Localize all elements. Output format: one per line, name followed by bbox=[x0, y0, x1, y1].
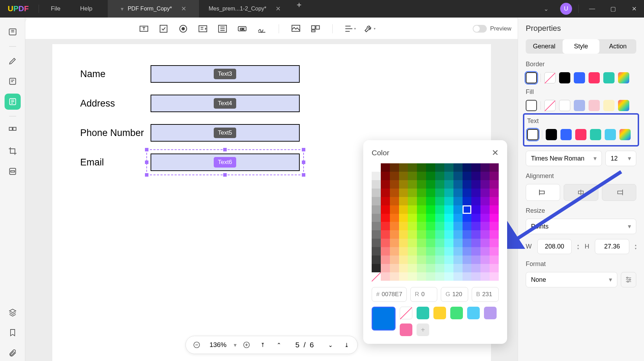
maximize-button[interactable]: ▢ bbox=[603, 0, 623, 18]
preset-swatch[interactable] bbox=[433, 307, 446, 319]
color-swatch[interactable] bbox=[589, 72, 600, 83]
color-swatch[interactable] bbox=[546, 129, 557, 140]
custom-color-swatch[interactable] bbox=[619, 129, 631, 140]
width-input[interactable] bbox=[537, 239, 572, 254]
organize-icon[interactable] bbox=[5, 123, 21, 139]
resize-handle[interactable] bbox=[302, 161, 305, 164]
minimize-button[interactable]: — bbox=[582, 0, 602, 18]
text-field[interactable]: Text5 bbox=[151, 124, 300, 142]
radio-tool[interactable] bbox=[176, 22, 190, 36]
color-swatch[interactable] bbox=[590, 129, 601, 140]
color-swatch[interactable] bbox=[559, 100, 570, 111]
attachment-icon[interactable] bbox=[5, 345, 21, 361]
tab-general[interactable]: General bbox=[526, 39, 563, 54]
close-icon[interactable]: ✕ bbox=[275, 5, 281, 13]
listbox-tool[interactable] bbox=[215, 22, 230, 36]
layers-icon[interactable] bbox=[5, 304, 21, 320]
color-swatch[interactable] bbox=[605, 129, 616, 140]
next-page-button[interactable]: ⌄ bbox=[324, 339, 336, 351]
resize-handle[interactable] bbox=[223, 148, 227, 151]
custom-color-swatch[interactable] bbox=[618, 72, 629, 83]
resize-handle[interactable] bbox=[223, 173, 227, 177]
text-field[interactable]: Text3 bbox=[151, 65, 300, 83]
preset-swatch[interactable] bbox=[400, 323, 412, 336]
format-settings-button[interactable] bbox=[621, 272, 636, 287]
color-swatch[interactable] bbox=[575, 129, 586, 140]
resize-handle[interactable] bbox=[302, 173, 305, 177]
align-center-button[interactable] bbox=[564, 184, 598, 201]
font-size-select[interactable]: 12▾ bbox=[605, 151, 636, 166]
last-page-button[interactable]: ⤓ bbox=[340, 339, 352, 351]
no-color-swatch[interactable] bbox=[544, 72, 556, 83]
text-field-tool[interactable] bbox=[137, 22, 151, 36]
signature-tool[interactable] bbox=[255, 22, 269, 36]
height-stepper[interactable]: ▴▾ bbox=[635, 243, 637, 250]
chevron-down-icon[interactable]: ▾ bbox=[121, 6, 124, 12]
text-field[interactable]: Text4 bbox=[151, 95, 300, 112]
annotate-icon[interactable] bbox=[5, 53, 21, 69]
menu-file[interactable]: File bbox=[41, 5, 70, 12]
color-swatch[interactable] bbox=[603, 72, 615, 83]
resize-unit-select[interactable]: Points▾ bbox=[526, 219, 636, 234]
tools-more[interactable]: ▾ bbox=[362, 22, 376, 36]
preview-toggle[interactable] bbox=[473, 25, 487, 33]
color-swatch[interactable] bbox=[603, 100, 615, 111]
edit-icon[interactable] bbox=[5, 73, 21, 89]
reader-icon[interactable] bbox=[5, 24, 21, 40]
hex-input[interactable]: #0078E7 bbox=[372, 287, 407, 302]
tab-action[interactable]: Action bbox=[599, 39, 636, 54]
no-color-swatch[interactable] bbox=[544, 100, 556, 111]
color-swatch[interactable] bbox=[574, 72, 585, 83]
form-icon[interactable] bbox=[5, 94, 21, 110]
color-swatch[interactable] bbox=[526, 72, 537, 83]
checkbox-tool[interactable] bbox=[157, 22, 171, 36]
align-left-button[interactable] bbox=[526, 184, 560, 201]
zoom-in-button[interactable] bbox=[241, 339, 253, 351]
add-preset-button[interactable]: + bbox=[417, 323, 429, 336]
color-grid[interactable] bbox=[372, 163, 499, 281]
color-swatch[interactable] bbox=[526, 100, 537, 111]
preset-swatch[interactable] bbox=[467, 307, 480, 319]
resize-handle[interactable] bbox=[302, 148, 305, 151]
font-family-select[interactable]: Times New Roman▾ bbox=[526, 151, 602, 166]
tab-active[interactable]: ▾ PDF Form_Copy* ✕ bbox=[108, 0, 199, 18]
height-input[interactable] bbox=[595, 239, 629, 254]
zoom-out-button[interactable] bbox=[191, 339, 203, 351]
image-field-tool[interactable] bbox=[289, 22, 303, 36]
close-icon[interactable]: ✕ bbox=[181, 5, 186, 13]
b-input[interactable]: B231 bbox=[472, 287, 499, 302]
color-swatch[interactable] bbox=[527, 129, 538, 140]
resize-handle[interactable] bbox=[145, 173, 148, 177]
align-right-button[interactable] bbox=[602, 184, 636, 201]
redact-icon[interactable] bbox=[5, 163, 21, 179]
chevron-down-icon[interactable]: ⌄ bbox=[536, 0, 556, 18]
width-stepper[interactable]: ▴▾ bbox=[577, 243, 579, 250]
color-swatch[interactable] bbox=[559, 72, 570, 83]
add-tab-button[interactable]: + bbox=[290, 0, 308, 18]
close-icon[interactable]: ✕ bbox=[492, 148, 499, 158]
button-tool[interactable]: OK bbox=[235, 22, 249, 36]
no-color-swatch[interactable] bbox=[400, 307, 412, 319]
resize-handle[interactable] bbox=[145, 148, 148, 151]
preset-swatch[interactable] bbox=[484, 307, 497, 319]
first-page-button[interactable]: ⤒ bbox=[257, 339, 269, 351]
color-swatch[interactable] bbox=[574, 100, 585, 111]
align-tool[interactable]: ▾ bbox=[343, 22, 357, 36]
text-field-selected[interactable]: Text6 bbox=[151, 154, 300, 171]
crop-icon[interactable] bbox=[5, 143, 21, 159]
g-input[interactable]: G120 bbox=[441, 287, 468, 302]
tab-inactive[interactable]: Mes_prem...1-2_Copy* ✕ bbox=[199, 0, 290, 18]
r-input[interactable]: R0 bbox=[410, 287, 437, 302]
chevron-down-icon[interactable]: ▾ bbox=[234, 342, 237, 348]
color-swatch[interactable] bbox=[560, 129, 572, 140]
preset-swatch[interactable] bbox=[417, 307, 429, 319]
close-button[interactable]: ✕ bbox=[624, 0, 644, 18]
custom-color-swatch[interactable] bbox=[618, 100, 629, 111]
prev-page-button[interactable]: ⌃ bbox=[273, 339, 285, 351]
current-color-swatch[interactable] bbox=[372, 307, 396, 331]
color-swatch[interactable] bbox=[589, 100, 600, 111]
dropdown-tool[interactable] bbox=[196, 22, 210, 36]
user-avatar[interactable]: U bbox=[560, 3, 572, 15]
bookmark-icon[interactable] bbox=[5, 325, 21, 341]
format-select[interactable]: None▾ bbox=[526, 272, 617, 287]
